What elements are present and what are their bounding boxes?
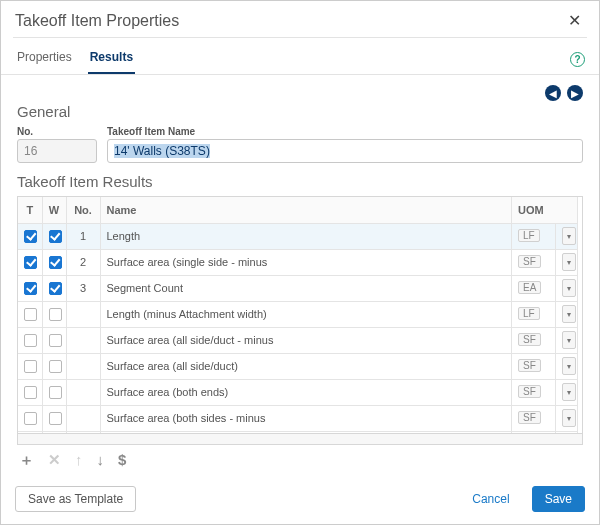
title-underline bbox=[13, 37, 587, 38]
cell-uom-caret[interactable]: ▾ bbox=[555, 249, 577, 275]
cell-no bbox=[66, 301, 100, 327]
checkbox-t[interactable] bbox=[24, 386, 37, 399]
move-up-icon[interactable]: ↑ bbox=[75, 451, 83, 470]
col-t[interactable]: T bbox=[18, 197, 42, 223]
table-row[interactable]: Surface area (both sides - minusSF▾ bbox=[18, 405, 578, 431]
checkbox-w[interactable] bbox=[49, 386, 62, 399]
dialog-takeoff-item-properties: Takeoff Item Properties ✕ Properties Res… bbox=[0, 0, 600, 525]
add-row-icon[interactable]: ＋ bbox=[19, 451, 34, 470]
chevron-down-icon: ▾ bbox=[562, 357, 576, 375]
cell-uom: LF bbox=[511, 301, 555, 327]
cell-no: 3 bbox=[66, 275, 100, 301]
chevron-down-icon: ▾ bbox=[562, 305, 576, 323]
col-w[interactable]: W bbox=[42, 197, 66, 223]
cell-no: 1 bbox=[66, 223, 100, 249]
cell-uom-caret[interactable]: ▾ bbox=[555, 431, 577, 434]
checkbox-w[interactable] bbox=[49, 308, 62, 321]
cell-name: Surface area (all side/duct) bbox=[100, 353, 511, 379]
tabs: Properties Results bbox=[15, 44, 135, 74]
prev-record-icon[interactable]: ◀ bbox=[545, 85, 561, 101]
chevron-down-icon: ▾ bbox=[562, 383, 576, 401]
table-row[interactable]: Length (minus Attachment width)LF▾ bbox=[18, 301, 578, 327]
save-button[interactable]: Save bbox=[532, 486, 585, 512]
input-item-name[interactable]: 14' Walls (S38TS) bbox=[107, 139, 583, 163]
cell-name: Surface area (all side/duct - minus bbox=[100, 327, 511, 353]
checkbox-w[interactable] bbox=[49, 360, 62, 373]
cell-uom-caret[interactable]: ▾ bbox=[555, 405, 577, 431]
cancel-button[interactable]: Cancel bbox=[460, 487, 521, 511]
currency-icon[interactable]: $ bbox=[118, 451, 126, 470]
cell-no bbox=[66, 327, 100, 353]
checkbox-w[interactable] bbox=[49, 230, 62, 243]
results-table-wrap[interactable]: T W No. Name UOM 1LengthLF▾2Surface area… bbox=[17, 196, 583, 434]
checkbox-t[interactable] bbox=[24, 308, 37, 321]
tab-results[interactable]: Results bbox=[88, 44, 135, 74]
table-row[interactable]: Surface area (all side/duct)SF▾ bbox=[18, 353, 578, 379]
checkbox-t[interactable] bbox=[24, 256, 37, 269]
table-row[interactable]: 3Segment CountEA▾ bbox=[18, 275, 578, 301]
checkbox-w[interactable] bbox=[49, 412, 62, 425]
dialog-footer: Save as Template Cancel Save bbox=[1, 476, 599, 524]
checkbox-w[interactable] bbox=[49, 256, 62, 269]
checkbox-t[interactable] bbox=[24, 360, 37, 373]
cell-uom: EA bbox=[511, 275, 555, 301]
checkbox-t[interactable] bbox=[24, 412, 37, 425]
row-toolbar: ＋ ✕ ↑ ↓ $ bbox=[17, 445, 583, 476]
cell-uom: SF bbox=[511, 327, 555, 353]
save-as-template-button[interactable]: Save as Template bbox=[15, 486, 136, 512]
cell-name: Surface area (single side - minus bbox=[100, 249, 511, 275]
general-fields: No. Takeoff Item Name 14' Walls (S38TS) bbox=[17, 126, 583, 163]
table-row[interactable]: Surface area (both sides)SF▾ bbox=[18, 431, 578, 434]
section-heading-results: Takeoff Item Results bbox=[17, 173, 583, 190]
label-no: No. bbox=[17, 126, 97, 137]
checkbox-w[interactable] bbox=[49, 334, 62, 347]
results-section: Takeoff Item Results T W No. Name UOM bbox=[17, 173, 583, 476]
dialog-title: Takeoff Item Properties bbox=[15, 12, 179, 30]
cell-no: 2 bbox=[66, 249, 100, 275]
cell-uom-caret[interactable]: ▾ bbox=[555, 379, 577, 405]
content-area: ◀ ▶ General No. Takeoff Item Name 14' Wa… bbox=[1, 75, 599, 476]
table-row[interactable]: Surface area (both ends)SF▾ bbox=[18, 379, 578, 405]
help-icon[interactable]: ? bbox=[570, 52, 585, 67]
table-header-row: T W No. Name UOM bbox=[18, 197, 578, 223]
next-record-icon[interactable]: ▶ bbox=[567, 85, 583, 101]
field-no: No. bbox=[17, 126, 97, 163]
checkbox-t[interactable] bbox=[24, 230, 37, 243]
cell-no bbox=[66, 353, 100, 379]
cell-uom-caret[interactable]: ▾ bbox=[555, 275, 577, 301]
move-down-icon[interactable]: ↓ bbox=[97, 451, 105, 470]
cell-name: Length bbox=[100, 223, 511, 249]
close-icon[interactable]: ✕ bbox=[564, 11, 585, 31]
cell-uom: LF bbox=[511, 223, 555, 249]
cell-uom-caret[interactable]: ▾ bbox=[555, 301, 577, 327]
cell-uom: SF bbox=[511, 249, 555, 275]
table-row[interactable]: 2Surface area (single side - minusSF▾ bbox=[18, 249, 578, 275]
col-no[interactable]: No. bbox=[66, 197, 100, 223]
chevron-down-icon: ▾ bbox=[562, 279, 576, 297]
cell-uom-caret[interactable]: ▾ bbox=[555, 223, 577, 249]
cell-uom: SF bbox=[511, 379, 555, 405]
col-name[interactable]: Name bbox=[100, 197, 511, 223]
tab-properties[interactable]: Properties bbox=[15, 44, 74, 74]
cell-uom-caret[interactable]: ▾ bbox=[555, 353, 577, 379]
field-item-name: Takeoff Item Name 14' Walls (S38TS) bbox=[107, 126, 583, 163]
table-row[interactable]: 1LengthLF▾ bbox=[18, 223, 578, 249]
label-item-name: Takeoff Item Name bbox=[107, 126, 583, 137]
chevron-down-icon: ▾ bbox=[562, 331, 576, 349]
cell-name: Surface area (both ends) bbox=[100, 379, 511, 405]
cell-name: Surface area (both sides - minus bbox=[100, 405, 511, 431]
cell-uom: SF bbox=[511, 353, 555, 379]
checkbox-w[interactable] bbox=[49, 282, 62, 295]
cell-name: Length (minus Attachment width) bbox=[100, 301, 511, 327]
cell-name: Segment Count bbox=[100, 275, 511, 301]
col-uom[interactable]: UOM bbox=[511, 197, 577, 223]
checkbox-t[interactable] bbox=[24, 334, 37, 347]
delete-row-icon[interactable]: ✕ bbox=[48, 451, 61, 470]
cell-uom-caret[interactable]: ▾ bbox=[555, 327, 577, 353]
input-no bbox=[17, 139, 97, 163]
checkbox-t[interactable] bbox=[24, 282, 37, 295]
cell-name: Surface area (both sides) bbox=[100, 431, 511, 434]
horizontal-scrollbar[interactable] bbox=[17, 434, 583, 445]
table-row[interactable]: Surface area (all side/duct - minusSF▾ bbox=[18, 327, 578, 353]
chevron-down-icon: ▾ bbox=[562, 227, 576, 245]
